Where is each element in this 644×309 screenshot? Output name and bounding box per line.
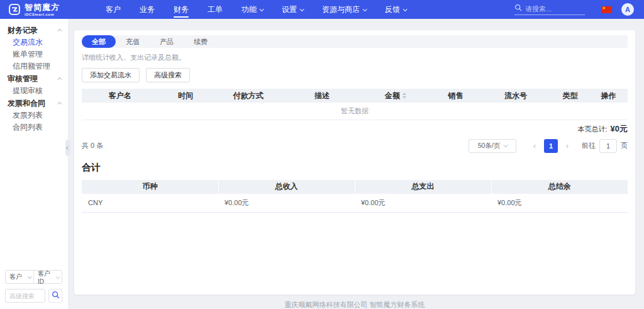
sidebar-collapse-handle[interactable] [65,140,70,156]
next-page-button[interactable]: › [560,139,574,153]
sidebar-item[interactable]: 账单管理 [0,48,68,60]
column-header: 付款方式 [213,89,284,103]
chevron-up-icon [57,28,62,33]
tab[interactable]: 全部 [82,35,116,48]
column-header: 时间 [158,89,213,103]
nav-item[interactable]: 反馈 [384,0,408,19]
goto-page-input[interactable] [599,139,617,153]
sort-desc-icon [402,96,406,99]
page-total: 本页总计: ¥0元 [82,123,628,135]
nav-item[interactable]: 工单 [206,0,224,19]
sidebar-search-button[interactable] [48,289,62,303]
prev-page-button[interactable]: ‹ [528,139,541,153]
column-header-label: 金额 [385,91,400,100]
navbar-right: ★ A [514,3,644,16]
flag-star-icon: ★ [602,4,606,11]
column-header: 操作 [589,89,628,103]
chevron-down-icon [363,7,367,11]
summary-table: 币种总收入总支出总结余 CNY¥0.00元¥0.00元¥0.00元 [82,180,628,213]
column-header: 描述 [284,89,360,103]
customer-id-select[interactable]: 客户ID [33,271,62,283]
global-search[interactable] [514,4,585,15]
footer-text: 重庆顺戴网络科技有限公司 智简魔方财务系统 [74,300,635,309]
sidebar-item[interactable]: 合同列表 [0,121,68,133]
main-content: 全部充值产品续费 详细统计收入、支出记录及总额。 添加交易流水 高级搜索 客户名… [68,19,644,309]
page-size-select[interactable]: 50条/页 [469,139,516,153]
summary-cell: ¥0.00元 [218,194,355,213]
nav-item[interactable]: 财务 [172,0,190,19]
column-header-label: 流水号 [504,91,527,100]
brand-logo[interactable]: 智简魔方 IDCSmart.com [9,3,104,16]
current-page-button[interactable]: 1 [544,139,558,153]
sort-icon[interactable] [402,93,406,99]
page-size-value: 50条/页 [478,142,501,150]
table-empty-row: 暂无数据 [82,103,628,120]
nav-item-label: 客户 [106,4,121,15]
page-description: 详细统计收入、支出记录及总额。 [82,53,628,62]
sidebar-group-header[interactable]: 发票和合同 [0,97,68,110]
sidebar-group-label: 财务记录 [8,24,38,37]
summary-title: 合计 [82,162,628,174]
customer-type-select[interactable]: 客户 [6,271,33,283]
sidebar-item[interactable]: 发票列表 [0,110,68,121]
filter-tabs: 全部充值产品续费 [82,35,628,48]
chevron-down-icon [403,7,408,11]
total-count: 共 0 条 [82,141,103,150]
brand-logo-icon [9,4,20,15]
chevron-left-icon [66,146,70,150]
summary-cell: CNY [82,194,218,213]
add-transaction-button[interactable]: 添加交易流水 [82,68,140,82]
sidebar-group-header[interactable]: 审核管理 [0,72,68,85]
column-header-label: 操作 [601,91,616,100]
summary-column-header: 总结余 [491,180,628,194]
brand-name: 智简魔方 [25,3,60,11]
nav-item-label: 功能 [242,4,257,15]
pagination-row: 共 0 条 50条/页 ‹ 1 › 前往 页 [82,139,628,153]
column-header-label: 描述 [314,91,330,100]
chevron-down-icon [56,274,60,279]
sidebar-group-header[interactable]: 财务记录 [0,24,68,37]
column-header: 类型 [551,89,589,103]
nav-item[interactable]: 资源与商店 [321,0,367,19]
tab[interactable]: 续费 [184,35,218,48]
page-total-value: ¥0元 [611,124,628,133]
user-avatar[interactable]: A [621,3,634,16]
nav-item[interactable]: 客户 [104,0,122,19]
top-navbar: 智简魔方 IDCSmart.com 客户业务财务工单功能设置资源与商店反馈 ★ … [0,0,644,19]
advanced-search-button[interactable]: 高级搜索 [146,68,190,82]
table-header-row: 客户名时间付款方式描述金额销售流水号类型操作 [82,89,628,103]
chevron-down-icon [300,7,304,11]
page-layout: 财务记录交易流水账单管理信用额管理审核管理提现审核发票和合同发票列表合同列表 客… [0,19,644,309]
search-icon [52,291,60,301]
summary-column-header: 币种 [82,180,218,194]
sidebar-item[interactable]: 提现审核 [0,85,68,97]
nav-item-label: 业务 [140,4,155,15]
tab[interactable]: 充值 [116,35,150,48]
nav-item-label: 资源与商店 [322,4,360,15]
nav-item[interactable]: 设置 [280,0,304,19]
summary-column-header: 总收入 [218,180,355,194]
column-header[interactable]: 金额 [360,89,431,103]
sidebar-menu: 财务记录交易流水账单管理信用额管理审核管理提现审核发票和合同发票列表合同列表 [0,19,68,133]
language-flag-icon[interactable]: ★ [601,6,612,13]
global-search-input[interactable] [525,5,579,13]
search-icon [514,4,522,13]
brand-domain: IDCSmart.com [25,13,60,16]
advanced-search-input[interactable] [5,289,45,303]
nav-item-label: 设置 [282,4,297,15]
action-buttons: 添加交易流水 高级搜索 [82,68,628,82]
nav-item[interactable]: 功能 [240,0,264,19]
chevron-down-icon [260,7,264,11]
summary-header-row: 币种总收入总支出总结余 [82,180,628,194]
column-header: 销售 [431,89,480,103]
customer-type-select-value: 客户 [9,272,22,281]
filter-select-group: 客户 客户ID [5,270,62,284]
nav-item[interactable]: 业务 [138,0,156,19]
column-header-label: 付款方式 [233,91,264,100]
sidebar-item[interactable]: 交易流水 [0,37,68,48]
chevron-down-icon [28,274,32,279]
sidebar-item[interactable]: 信用额管理 [0,60,68,72]
tab[interactable]: 产品 [150,35,184,48]
sidebar: 财务记录交易流水账单管理信用额管理审核管理提现审核发票和合同发票列表合同列表 客… [0,19,68,309]
sidebar-group-label: 审核管理 [8,72,38,85]
